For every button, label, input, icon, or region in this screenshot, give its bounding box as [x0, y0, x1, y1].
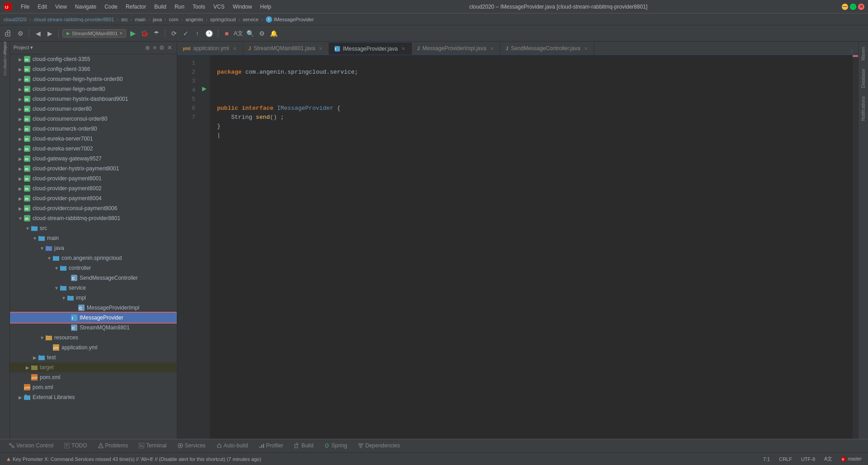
status-encoding[interactable]: CRLF — [776, 456, 795, 463]
status-translate[interactable]: A文 — [821, 455, 835, 463]
menu-run[interactable]: Run — [171, 2, 188, 11]
sidebar-maven[interactable]: Maven — [860, 43, 867, 64]
breadcrumb-part-9[interactable]: IMessageProvider — [274, 17, 314, 22]
tree-item-consumerconsul-order80[interactable]: ▶ m cloud-consumerconsul-order80 — [10, 114, 177, 124]
menu-view[interactable]: View — [52, 2, 71, 11]
tab-application-yml[interactable]: yml application.yml ✕ — [177, 42, 243, 55]
status-notification[interactable]: ! Key Promoter X: Command Services misse… — [4, 456, 264, 463]
tab-close-stream[interactable]: ✕ — [318, 45, 323, 52]
tree-item-eureka-7001[interactable]: ▶ m cloud-eureka-server7001 — [10, 134, 177, 144]
toolbar-search[interactable]: 🔍 — [245, 28, 255, 38]
tree-item-eureka-7002[interactable]: ▶ m cloud-eureka-server7002 — [10, 144, 177, 154]
panel-btn-locate[interactable]: ⊕ — [144, 43, 151, 52]
breadcrumb-part-7[interactable]: springcloud — [210, 17, 236, 22]
menu-code[interactable]: Code — [101, 2, 121, 11]
breadcrumb-part-3[interactable]: main — [135, 17, 146, 22]
tab-MessageProviderImpl[interactable]: J MessageProviderImpl.java ✕ — [412, 42, 500, 55]
tab-close-impl[interactable]: ✕ — [489, 45, 495, 52]
toolbar-vcs-push[interactable]: ↑ — [193, 28, 203, 38]
toolbar-stop[interactable]: ■ — [222, 28, 232, 38]
breadcrumb-part-1[interactable]: cloud-stream-rabbitmq-provider8801 — [33, 17, 114, 22]
bottom-tab-terminal[interactable]: Terminal — [133, 441, 172, 451]
tab-StreamMQMain8801[interactable]: J StreamMQMain8801.java ✕ — [243, 42, 330, 55]
tree-item-feign-hystrix[interactable]: ▶ m cloud-consumer-feign-hystrix-order80 — [10, 74, 177, 84]
tree-item-gateway[interactable]: ▶ m cloud-gateway-gateway9527 — [10, 154, 177, 164]
tree-item-java[interactable]: ▼ java — [10, 243, 177, 253]
menu-window[interactable]: Window — [229, 2, 256, 11]
toolbar-vcs-update[interactable]: ⟳ — [169, 28, 179, 38]
toolbar-vcs-history[interactable]: 🕐 — [204, 28, 214, 38]
tree-item-service[interactable]: ▼ service — [10, 283, 177, 293]
sidebar-structure-icon[interactable]: Structure — [0, 63, 9, 72]
tab-SendMessageController[interactable]: J SendMessageController.java ✕ — [500, 42, 594, 55]
toolbar-notifications[interactable]: 🔔 — [269, 28, 279, 38]
tree-item-consumerzk-order80[interactable]: ▶ m cloud-consumerzk-order80 — [10, 124, 177, 134]
toolbar-run[interactable]: ▶ — [128, 28, 138, 38]
bottom-tab-problems[interactable]: ! Problems — [93, 441, 134, 451]
tree-item-hystrix-dashboard[interactable]: ▶ m cloud-consumer-hystrix-dashboard9001 — [10, 94, 177, 104]
menu-tools[interactable]: Tools — [189, 2, 209, 11]
tab-close-controller[interactable]: ✕ — [583, 45, 589, 52]
tree-item-providerconsul[interactable]: ▶ m cloud-providerconsul-payment8006 — [10, 203, 177, 213]
bottom-tab-todo[interactable]: TODO — [59, 441, 92, 451]
toolbar-settings[interactable]: ⚙ — [15, 28, 25, 38]
menu-vcs[interactable]: VCS — [210, 2, 228, 11]
tree-item-stream-rabbitmq[interactable]: ▼ m cloud-stream-rabbitmq-provider8801 — [10, 213, 177, 223]
toolbar-translate[interactable]: A文 — [234, 28, 244, 38]
tree-item-feign-order80[interactable]: ▶ m cloud-consumer-feign-order80 — [10, 84, 177, 94]
bottom-tab-dependencies[interactable]: Dependencies — [353, 441, 406, 451]
tree-item-external-libs[interactable]: ▶ External Libraries — [10, 392, 177, 402]
status-indent[interactable]: UTF-8 — [798, 456, 818, 463]
tree-item-StreamMQMain8801[interactable]: C StreamMQMain8801 — [10, 323, 177, 333]
menu-navigate[interactable]: Navigate — [71, 2, 100, 11]
tree-item-controller[interactable]: ▼ controller — [10, 263, 177, 273]
bottom-tab-profiler[interactable]: Profiler — [254, 441, 289, 451]
tree-item-provider-payment8001[interactable]: ▶ m cloud-provider-payment8001 — [10, 174, 177, 183]
tree-item-provider-payment8004[interactable]: ▶ m cloud-provider-payment8004 — [10, 193, 177, 203]
menu-edit[interactable]: Edit — [34, 2, 51, 11]
breadcrumb-part-4[interactable]: java — [153, 17, 162, 22]
breadcrumb-part-8[interactable]: service — [243, 17, 259, 22]
tree-item-consumer-order80[interactable]: ▶ m cloud-consumer-order80 — [10, 104, 177, 114]
tree-item-provider-payment8002[interactable]: ▶ m cloud-provider-payment8002 — [10, 183, 177, 193]
tree-item-provider-hystrix[interactable]: ▶ m cloud-provider-hystrix-payment8001 — [10, 164, 177, 174]
breadcrumb-part-6[interactable]: angenin — [185, 17, 203, 22]
toolbar-build-project[interactable] — [4, 28, 14, 38]
bottom-tab-auto-build[interactable]: Auto-build — [211, 441, 254, 451]
breadcrumb-part-0[interactable]: cloud2020 — [4, 17, 27, 22]
tree-item-cloud-config-client-3366[interactable]: ▶ m cloud-config-client-3366 — [10, 64, 177, 74]
close-button[interactable]: ✕ — [858, 4, 864, 10]
toolbar-settings2[interactable]: ⚙ — [257, 28, 267, 38]
tree-item-pom-xml-2[interactable]: pom pom.xml — [10, 382, 177, 392]
toolbar-debug[interactable]: 🐞 — [140, 28, 150, 38]
tree-item-test[interactable]: ▶ test — [10, 352, 177, 362]
breadcrumb-part-5[interactable]: com — [169, 17, 179, 22]
maximize-button[interactable]: □ — [850, 4, 856, 10]
menu-help[interactable]: Help — [256, 2, 275, 11]
status-git[interactable]: G master — [839, 456, 864, 462]
panel-btn-settings[interactable]: ⚙ — [158, 43, 165, 52]
tree-item-MessageProviderImpl[interactable]: C MessageProviderImpl — [10, 303, 177, 313]
menu-refactor[interactable]: Refactor — [122, 2, 150, 11]
tree-item-main[interactable]: ▼ main — [10, 233, 177, 243]
menu-file[interactable]: File — [17, 2, 33, 11]
run-configuration[interactable]: ▶ StreamMQMain8801 ▾ — [62, 29, 126, 38]
toolbar-coverage[interactable]: ☂ — [151, 28, 161, 38]
sidebar-notifications[interactable]: Notifications — [860, 93, 867, 124]
toolbar-vcs-commit[interactable]: ✓ — [181, 28, 191, 38]
toolbar-back[interactable]: ◀ — [33, 28, 43, 38]
bottom-tab-spring[interactable]: Spring — [319, 441, 353, 451]
tree-item-application-yml[interactable]: yml application.yml — [10, 343, 177, 352]
tree-item-resources[interactable]: ▼ resources — [10, 333, 177, 343]
bottom-tab-build[interactable]: Build — [289, 441, 319, 451]
tree-item-SendMessageController[interactable]: C SendMessageController — [10, 273, 177, 283]
tab-IMessageProvider[interactable]: I IMessageProvider.java ✕ — [329, 42, 411, 55]
sidebar-database[interactable]: Database — [860, 65, 867, 92]
panel-btn-close[interactable]: ✕ — [166, 43, 173, 52]
tree-item-src[interactable]: ▼ src — [10, 223, 177, 233]
gutter-4[interactable] — [201, 86, 208, 95]
bottom-tab-services[interactable]: Services — [172, 441, 211, 451]
menu-build[interactable]: Build — [151, 2, 170, 11]
code-editor[interactable]: package com.angenin.springcloud.service;… — [210, 55, 853, 439]
tree-item-pom-xml-1[interactable]: pom pom.xml — [10, 372, 177, 382]
